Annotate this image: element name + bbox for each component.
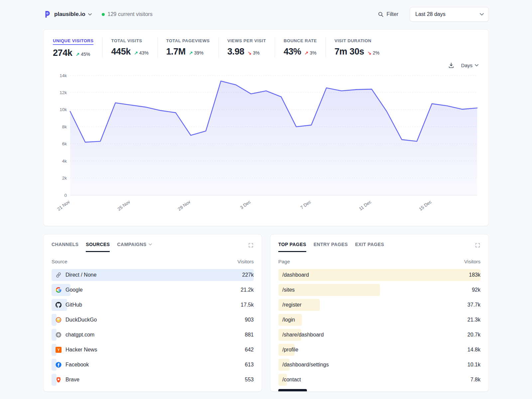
expand-button[interactable] [475, 242, 480, 249]
table-row[interactable]: chatgpt.com881 [52, 328, 254, 342]
pages-tabs: TOP PAGES ENTRY PAGES EXIT PAGES [278, 242, 480, 252]
tab-label: TOP PAGES [278, 242, 306, 247]
metric-bounce-rate[interactable]: BOUNCE RATE 43% ↗3% [275, 37, 326, 58]
plausible-logo [43, 10, 51, 18]
site-switcher[interactable]: plausible.io [54, 11, 92, 18]
filter-button[interactable]: Filter [378, 11, 398, 17]
svg-text:2k: 2k [62, 176, 67, 181]
column-source: Source [52, 259, 67, 264]
table-row[interactable]: Hacker News642 [52, 342, 254, 357]
table-row[interactable]: /register37.7k [278, 298, 480, 312]
tab-entry-pages[interactable]: ENTRY PAGES [314, 242, 348, 252]
plausible-dashboard: plausible.io 129 current visitors Filter… [43, 0, 489, 392]
breakdown-section: CHANNELS SOURCES CAMPAIGNS Source Visito… [43, 234, 489, 392]
row-label: /share/dashboard [282, 332, 324, 338]
filter-label: Filter [386, 11, 398, 17]
metric-value: 3.98 [227, 47, 244, 57]
metric-label: TOTAL VISITS [111, 38, 142, 43]
metric-unique-visitors[interactable]: UNIQUE VISITORS 274k ↗45% [53, 37, 102, 59]
table-row[interactable]: Direct / None227k [52, 268, 254, 282]
chevron-down-icon [475, 64, 478, 66]
chevron-down-icon [149, 243, 152, 245]
table-row[interactable]: DuckDuckGo903 [52, 313, 254, 327]
metric-value: 43% [284, 47, 301, 57]
table-row[interactable]: Google21.2k [52, 283, 254, 297]
row-label: GitHub [66, 302, 82, 308]
table-row[interactable]: /dashboard/settings10.1k [278, 357, 480, 372]
tab-campaigns[interactable]: CAMPAIGNS [117, 242, 152, 252]
row-label: DuckDuckGo [66, 317, 97, 323]
tab-top-pages[interactable]: TOP PAGES [278, 242, 306, 252]
metric-total-pageviews[interactable]: TOTAL PAGEVIEWS 1.7M ↗39% [157, 37, 218, 58]
chart-svg: 02k4k6k8k10k12k14k21 Nov25 Nov29 Nov3 De… [53, 71, 480, 221]
google-icon [56, 287, 62, 293]
sources-tabs: CHANNELS SOURCES CAMPAIGNS [52, 242, 254, 252]
date-range-selector[interactable]: Last 28 days [410, 7, 489, 22]
svg-text:10k: 10k [60, 107, 67, 112]
svg-text:21 Nov: 21 Nov [56, 199, 71, 211]
svg-text:0: 0 [64, 193, 67, 198]
metric-visit-duration[interactable]: VISIT DURATION 7m 30s ↘2% [326, 37, 388, 58]
metric-label: VISIT DURATION [334, 38, 371, 43]
row-visitors: 881 [245, 332, 254, 338]
table-row[interactable]: Facebook613 [52, 357, 254, 372]
site-name: plausible.io [54, 11, 85, 18]
row-label: /register [282, 302, 302, 308]
tab-label: CAMPAIGNS [117, 242, 146, 247]
expand-button[interactable] [248, 242, 254, 249]
row-visitors: 20.7k [467, 332, 480, 338]
row-label: /dashboard [282, 272, 309, 278]
table-row[interactable]: /sites92k [278, 283, 480, 297]
column-page: Page [278, 259, 290, 264]
trend-up-icon: ↗ [134, 50, 138, 56]
table-row[interactable]: /dashboard183k [278, 268, 480, 282]
metric-change: 2% [373, 50, 379, 56]
table-row[interactable]: /share/dashboard20.7k [278, 328, 480, 342]
row-label: /login [282, 317, 295, 323]
expand-icon [475, 242, 480, 248]
metric-total-visits[interactable]: TOTAL VISITS 445k ↗43% [102, 37, 157, 58]
table-row[interactable]: Brave553 [52, 372, 254, 387]
metric-label: TOTAL PAGEVIEWS [166, 38, 210, 43]
table-row[interactable]: GitHub17.5k [52, 298, 254, 312]
facebook-icon [56, 362, 62, 368]
svg-text:15 Dec: 15 Dec [418, 199, 433, 211]
table-row[interactable]: /profile14.8k [278, 342, 480, 357]
current-visitors[interactable]: 129 current visitors [102, 11, 153, 17]
metric-change: 39% [194, 50, 203, 56]
row-label: Direct / None [66, 272, 96, 278]
table-row[interactable]: /contact7.8k [278, 372, 480, 387]
row-label: Hacker News [66, 347, 97, 353]
metric-views-per-visit[interactable]: VIEWS PER VISIT 3.98 ↘3% [218, 37, 275, 58]
trend-down-icon: ↘ [248, 50, 252, 56]
interval-selector[interactable]: Days [461, 63, 478, 68]
row-label: Google [66, 287, 83, 293]
tab-exit-pages[interactable]: EXIT PAGES [355, 242, 384, 252]
download-button[interactable] [448, 62, 455, 68]
trend-down-icon: ↘ [367, 50, 371, 56]
table-row[interactable]: /login21.3k [278, 313, 480, 327]
sources-rows: Direct / None227kGoogle21.2kGitHub17.5kD… [52, 268, 254, 387]
tab-channels[interactable]: CHANNELS [52, 242, 78, 252]
row-visitors: 10.1k [467, 362, 480, 368]
row-visitors: 14.8k [467, 347, 480, 353]
metric-label: VIEWS PER VISIT [227, 38, 266, 43]
metric-value: 7m 30s [334, 47, 364, 57]
svg-text:7 Dec: 7 Dec [300, 199, 312, 210]
live-dot-icon [102, 13, 105, 16]
trend-up-icon: ↗ [75, 52, 79, 57]
row-visitors: 613 [245, 362, 254, 368]
top-bar: plausible.io 129 current visitors Filter… [43, 7, 489, 22]
download-icon [448, 62, 455, 68]
cutoff-element [278, 389, 307, 392]
visitors-chart[interactable]: 02k4k6k8k10k12k14k21 Nov25 Nov29 Nov3 De… [53, 71, 479, 222]
chart-controls: Days [54, 60, 478, 70]
column-visitors: Visitors [237, 259, 254, 264]
tab-sources[interactable]: SOURCES [86, 242, 110, 252]
metric-change: 3% [310, 50, 316, 56]
chevron-down-icon [88, 13, 92, 16]
svg-text:4k: 4k [62, 159, 67, 164]
row-visitors: 7.8k [470, 377, 480, 383]
svg-text:8k: 8k [62, 124, 67, 129]
row-visitors: 92k [472, 287, 480, 293]
